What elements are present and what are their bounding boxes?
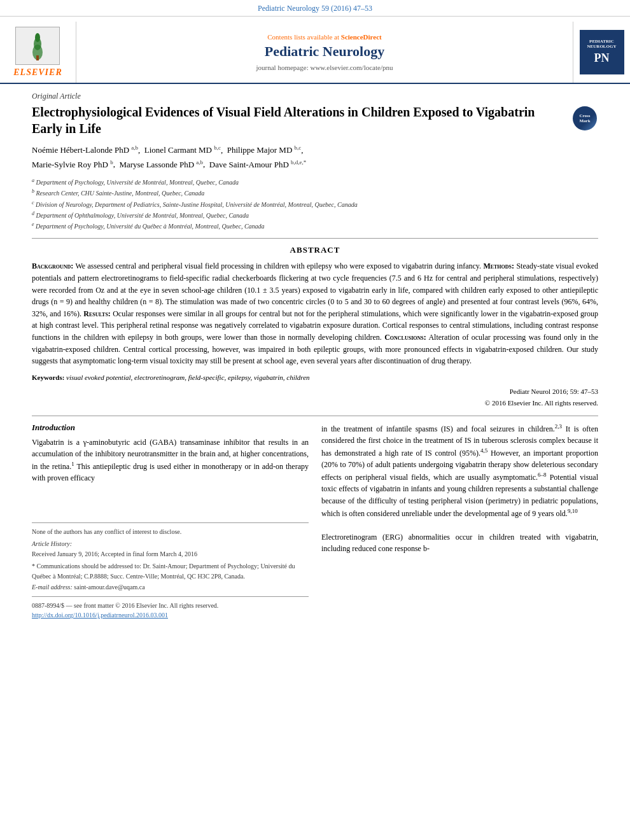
article-history-label: Article History: (32, 539, 309, 549)
author-2: Lionel Carmant MD b,c (144, 145, 221, 155)
correspondence-note: * Communications should be addressed to:… (32, 561, 309, 581)
background-label: Background: (32, 262, 73, 270)
received-text: Received January 9, 2016; Accepted in fi… (32, 549, 309, 559)
section-divider-2 (32, 416, 598, 416)
intro-right-col: in the treatment of infantile spasms (IS… (321, 423, 598, 620)
elsevier-wordmark: ELSEVIER (13, 67, 62, 78)
abstract-section: ABSTRACT Background: We assessed central… (32, 245, 598, 409)
introduction-section: Introduction Vigabatrin is a γ-aminobuty… (32, 423, 598, 620)
journal-header: ELSEVIER Contents lists available at Sci… (0, 17, 630, 84)
section-divider-1 (32, 238, 598, 239)
journal-url: journal homepage: www.elsevier.com/locat… (256, 64, 393, 71)
journal-logo-right: PEDIATRICNEUROLOGY PN (573, 22, 630, 83)
keywords-text: visual evoked potential, electroretinogr… (66, 374, 309, 381)
affiliations: a Department of Psychology, Université d… (32, 177, 598, 232)
keywords: Keywords: visual evoked potential, elect… (32, 372, 598, 383)
intro-left-col: Introduction Vigabatrin is a γ-aminobuty… (32, 423, 309, 620)
affil-d: d Department of Ophthalmology, Universit… (32, 210, 598, 221)
article-content: Original Article CrossMark Electrophysio… (0, 84, 630, 628)
pn-logo-box: PEDIATRICNEUROLOGY PN (580, 30, 624, 74)
article-type: Original Article (32, 92, 598, 101)
elsevier-logo-area: ELSEVIER (0, 22, 76, 83)
author-1: Noémie Hébert-Lalonde PhD a,b (32, 145, 138, 155)
conclusions-label: Conclusions: (384, 333, 426, 342)
intro-right-text: in the treatment of infantile spasms (IS… (321, 423, 598, 556)
email-note: E-mail address: saint-amour.dave@uqam.ca (32, 582, 309, 592)
author-4: Marie-Sylvie Roy PhD b (32, 160, 113, 169)
science-direct-link[interactable]: ScienceDirect (341, 33, 382, 41)
elsevier-tree-icon (15, 27, 60, 65)
footnote-section: None of the authors has any conflict of … (32, 522, 309, 620)
background-text: We assessed central and peripheral visua… (75, 262, 483, 270)
article-title: Electrophysiological Evidences of Visual… (32, 104, 598, 137)
citation-info: Pediatr Neurol 2016; 59: 47–53 © 2016 El… (32, 386, 598, 409)
author-6: Dave Saint-Amour PhD b,d,e,* (209, 160, 306, 169)
issn-note: 0887-8994/$ — see front matter © 2016 El… (32, 601, 309, 611)
svg-point-2 (35, 33, 40, 42)
journal-center: Contents lists available at ScienceDirec… (76, 22, 573, 83)
crossmark-badge[interactable]: CrossMark (573, 106, 598, 132)
journal-citation-text: Pediatric Neurology 59 (2016) 47–53 (258, 4, 372, 13)
author-3: Philippe Major MD b,c (227, 145, 302, 155)
conflict-note: None of the authors has any conflict of … (32, 527, 309, 537)
journal-title: Pediatric Neurology (265, 43, 384, 60)
abstract-title: ABSTRACT (32, 245, 598, 255)
science-direct-line: Contents lists available at ScienceDirec… (267, 33, 381, 41)
doi-link[interactable]: http://dx.doi.org/10.1016/j.pediatrneuro… (32, 610, 309, 620)
citation-line1: Pediatr Neurol 2016; 59: 47–53 (32, 386, 598, 398)
abstract-text: Background: We assessed central and peri… (32, 260, 598, 367)
affil-a: a Department of Psychology, Université d… (32, 177, 598, 188)
citation-line2: © 2016 Elsevier Inc. All rights reserved… (32, 398, 598, 409)
intro-left-text: Vigabatrin is a γ-aminobutyric acid (GAB… (32, 437, 309, 484)
svg-rect-3 (36, 55, 39, 60)
intro-title: Introduction (32, 423, 309, 433)
affil-b: b Research Center, CHU Sainte-Justine, M… (32, 188, 598, 199)
keywords-label: Keywords: (32, 374, 64, 381)
authors-line: Noémie Hébert-Lalonde PhD a,b, Lionel Ca… (32, 143, 598, 172)
affil-c: c Division of Neurology, Department of P… (32, 199, 598, 210)
affil-e: e Department of Psychology, Université d… (32, 221, 598, 232)
author-5: Maryse Lassonde PhD a,b (119, 160, 203, 169)
methods-label: Methods: (483, 262, 514, 270)
journal-citation-bar: Pediatric Neurology 59 (2016) 47–53 (0, 0, 630, 17)
results-label: Results: (83, 309, 111, 318)
